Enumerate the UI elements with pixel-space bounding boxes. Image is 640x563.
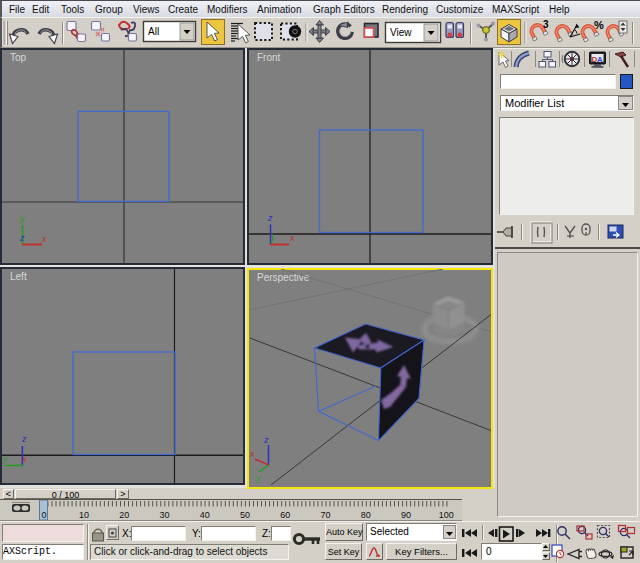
- svg-text:70: 70: [321, 510, 331, 520]
- svg-text:10: 10: [79, 510, 89, 520]
- svg-text:20: 20: [119, 510, 129, 520]
- svg-text:50: 50: [240, 510, 250, 520]
- svg-text:60: 60: [280, 510, 290, 520]
- svg-text:View: View: [390, 27, 412, 38]
- svg-text:40: 40: [200, 510, 210, 520]
- svg-text:%: %: [594, 19, 604, 31]
- svg-text:90: 90: [401, 510, 411, 520]
- svg-text:30: 30: [159, 510, 169, 520]
- svg-text:100: 100: [439, 510, 454, 520]
- svg-text:A: A: [597, 55, 603, 64]
- svg-text:All: All: [148, 26, 159, 37]
- svg-text:0: 0: [41, 510, 46, 520]
- svg-text:3: 3: [543, 19, 549, 30]
- svg-text:80: 80: [361, 510, 371, 520]
